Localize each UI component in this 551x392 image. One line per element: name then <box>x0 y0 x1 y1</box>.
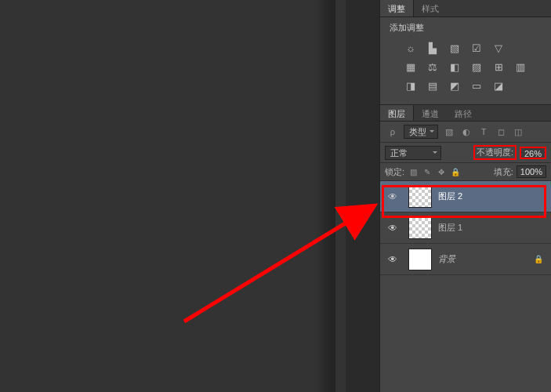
photo-filter-icon[interactable]: ▨ <box>469 60 484 73</box>
layer-list: 👁 图层 2 👁 图层 1 👁 背景 🔒 <box>380 181 551 275</box>
tab-channels[interactable]: 通道 <box>414 105 447 121</box>
tab-styles[interactable]: 样式 <box>414 0 447 16</box>
lock-pixels-icon[interactable]: ✎ <box>422 166 433 177</box>
canvas-edge <box>316 0 335 392</box>
lock-fill-row: 锁定: ▨ ✎ ✥ 🔒 填充: 100% <box>380 163 551 181</box>
lock-transparency-icon[interactable]: ▨ <box>408 166 419 177</box>
gradient-map-icon[interactable]: ▭ <box>469 79 484 92</box>
layer-row[interactable]: 👁 图层 1 <box>380 212 551 244</box>
blend-mode-dropdown[interactable]: 正常 <box>385 146 441 160</box>
search-icon[interactable]: ρ <box>386 125 399 138</box>
invert-icon[interactable]: ◨ <box>404 79 418 92</box>
opacity-label: 不透明度: <box>473 145 517 160</box>
add-adjustment-header: 添加调整 <box>380 17 551 38</box>
balance-icon[interactable]: ⚖ <box>426 60 440 73</box>
adjustments-tabs: 调整 样式 <box>380 0 551 17</box>
levels-icon[interactable]: ▙ <box>426 42 440 54</box>
filter-type-dropdown[interactable]: 类型 <box>404 125 438 139</box>
layer-thumbnail[interactable] <box>408 249 432 270</box>
right-panel: 调整 样式 添加调整 ☼ ▙ ▧ ☑ ▽ ▦ ⚖ ◧ ▨ ⊞ ▥ ◨ ▤ ◩ ▭… <box>379 0 551 392</box>
tab-paths[interactable]: 路径 <box>447 105 480 121</box>
curves-icon[interactable]: ▧ <box>448 42 462 54</box>
adjustment-icons: ☼ ▙ ▧ ☑ ▽ ▦ ⚖ ◧ ▨ ⊞ ▥ ◨ ▤ ◩ ▭ ◪ <box>380 38 551 104</box>
tab-adjustments[interactable]: 调整 <box>380 0 414 16</box>
tab-layers[interactable]: 图层 <box>380 105 414 121</box>
fill-label: 填充: <box>494 166 513 178</box>
visibility-icon[interactable]: 👁 <box>383 254 402 265</box>
layer-name[interactable]: 图层 2 <box>438 191 548 202</box>
lock-label: 锁定: <box>385 166 404 178</box>
brightness-icon[interactable]: ☼ <box>404 42 418 54</box>
layer-name[interactable]: 图层 1 <box>438 222 548 234</box>
filter-pixel-icon[interactable]: ▧ <box>443 125 455 138</box>
layers-tabs: 图层 通道 路径 <box>380 104 551 122</box>
filter-adjust-icon[interactable]: ◐ <box>460 125 473 138</box>
color-lookup-icon[interactable]: ▥ <box>513 60 527 73</box>
threshold-icon[interactable]: ◩ <box>448 79 462 92</box>
layer-row[interactable]: 👁 背景 🔒 <box>380 244 551 275</box>
canvas-area[interactable] <box>0 0 346 392</box>
layer-thumbnail[interactable] <box>408 217 432 239</box>
exposure-icon[interactable]: ☑ <box>469 42 484 54</box>
blend-opacity-row: 正常 不透明度: 26% <box>380 143 551 163</box>
visibility-icon[interactable]: 👁 <box>383 223 402 234</box>
posterize-icon[interactable]: ▤ <box>426 79 440 92</box>
filter-smart-icon[interactable]: ◫ <box>512 125 524 138</box>
opacity-value[interactable]: 26% <box>520 147 546 159</box>
selective-color-icon[interactable]: ◪ <box>491 79 506 92</box>
fill-value[interactable]: 100% <box>517 165 546 178</box>
layer-thumbnail[interactable] <box>408 186 432 208</box>
bw-icon[interactable]: ◧ <box>448 60 462 73</box>
channel-mixer-icon[interactable]: ⊞ <box>491 60 506 73</box>
lock-position-icon[interactable]: ✥ <box>436 166 447 177</box>
vibrance-icon[interactable]: ▽ <box>491 42 506 54</box>
filter-shape-icon[interactable]: ◻ <box>495 125 507 138</box>
filter-type-icon[interactable]: T <box>477 125 490 138</box>
visibility-icon[interactable]: 👁 <box>383 191 402 202</box>
lock-all-icon[interactable]: 🔒 <box>450 166 461 177</box>
layer-filter-row: ρ 类型 ▧ ◐ T ◻ ◫ <box>380 122 551 143</box>
hue-icon[interactable]: ▦ <box>404 60 418 73</box>
layer-row[interactable]: 👁 图层 2 <box>380 181 551 212</box>
layer-name[interactable]: 背景 <box>438 253 534 265</box>
lock-icon: 🔒 <box>534 255 543 263</box>
